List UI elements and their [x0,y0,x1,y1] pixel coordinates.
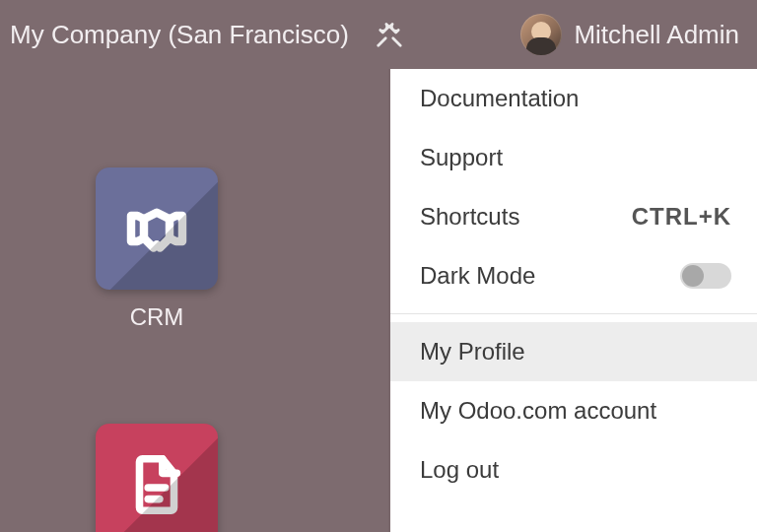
menu-item-label: Documentation [420,85,731,112]
user-menu-trigger[interactable]: Mitchell Admin [513,14,747,55]
user-name: Mitchell Admin [574,20,739,50]
menu-item-label: Support [420,144,731,171]
menu-item-label: Log out [420,456,731,484]
shortcut-key: CTRL+K [632,203,731,231]
user-dropdown-menu: Documentation Support Shortcuts CTRL+K D… [390,69,757,532]
menu-item-odoo-account[interactable]: My Odoo.com account [390,381,757,440]
app-tile-crm[interactable]: CRM [83,167,231,331]
menu-item-my-profile[interactable]: My Profile [390,322,757,381]
avatar [520,14,562,55]
menu-item-label: Dark Mode [420,262,680,290]
company-selector[interactable]: My Company (San Francisco) [6,20,353,50]
menu-item-label: Shortcuts [420,203,632,231]
dark-mode-toggle[interactable] [680,263,731,289]
menu-item-label: My Profile [420,338,731,366]
menu-item-darkmode[interactable]: Dark Mode [390,246,757,305]
debug-tools-icon[interactable] [375,20,404,49]
menu-item-support[interactable]: Support [390,128,757,187]
document-icon [96,424,218,532]
app-tile-documents[interactable] [83,424,231,532]
app-tile-label: CRM [83,303,231,331]
menu-item-documentation[interactable]: Documentation [390,69,757,128]
topbar: My Company (San Francisco) Mitchell Admi… [0,0,757,69]
menu-item-label: My Odoo.com account [420,397,731,425]
menu-item-log-out[interactable]: Log out [390,440,757,499]
menu-item-shortcuts[interactable]: Shortcuts CTRL+K [390,187,757,246]
menu-separator [390,313,757,314]
crm-icon [96,167,218,290]
